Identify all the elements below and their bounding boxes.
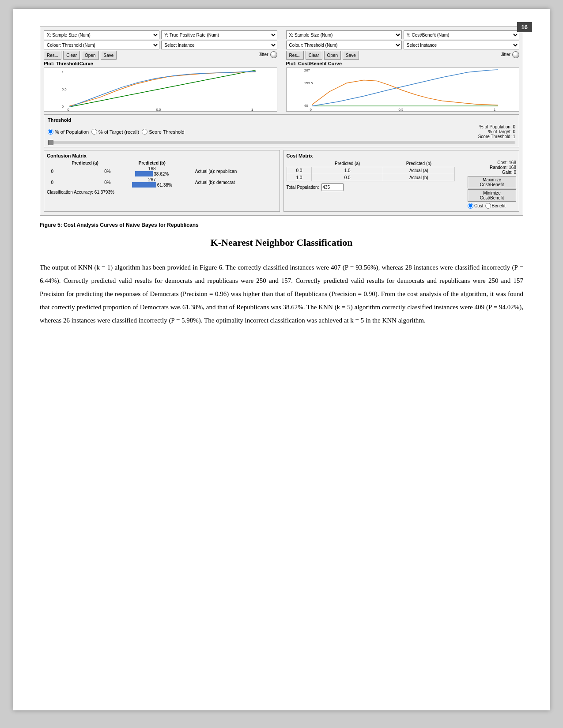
- page-number: 16: [517, 22, 532, 32]
- table-row: 1.0 0.0 Actual (b): [287, 174, 464, 181]
- blue-bar-1: [135, 171, 153, 176]
- confusion-header-pred-b: Predicted (b): [113, 160, 192, 166]
- benefit-radio-label[interactable]: Benefit: [485, 203, 506, 209]
- left-save-button[interactable]: Save: [101, 51, 117, 60]
- right-save-button[interactable]: Save: [343, 51, 359, 60]
- svg-text:0.5: 0.5: [62, 87, 67, 91]
- threshold-title: Threshold: [48, 117, 515, 123]
- cost-bottom: Predicted (a) Predicted (b) 0.0 1.0 Actu…: [287, 160, 517, 209]
- cost-actual-b: Actual (b): [383, 174, 455, 181]
- threshold-slider[interactable]: [48, 141, 515, 144]
- cost-info-gain: Gain: 0: [468, 170, 516, 175]
- left-plot-svg: 1 0.5 0 0 0.5 1: [44, 68, 277, 111]
- left-res-button[interactable]: Res...: [44, 51, 61, 60]
- svg-text:0.5: 0.5: [398, 108, 404, 111]
- table-row: 0 0% 267 61.38%: [47, 177, 277, 188]
- confusion-header-pred-a: Predicted (a): [58, 160, 113, 166]
- row2-b-cell: 267 61.38%: [113, 177, 192, 188]
- right-plot-label: Plot: Cost/Benefit Curve: [286, 61, 520, 66]
- left-clear-button[interactable]: Clear: [63, 51, 80, 60]
- row2-a: 0: [47, 177, 58, 188]
- right-panel: X: Sample Size (Num) Y: Cost/Benefit (Nu…: [286, 30, 520, 112]
- cost-cell-00: 0.0: [287, 167, 312, 174]
- cost-cell-11: 0.0: [312, 174, 383, 181]
- left-open-button[interactable]: Open: [82, 51, 98, 60]
- svg-text:267: 267: [304, 68, 310, 72]
- right-x-axis-select[interactable]: X: Sample Size (Num): [286, 30, 402, 39]
- benefit-radio[interactable]: [485, 203, 491, 209]
- body-text: The output of KNN (k = 1) algorithm has …: [40, 261, 523, 327]
- total-pop-label: Total Population:: [287, 185, 319, 190]
- total-pop-input[interactable]: [321, 183, 344, 191]
- svg-text:0: 0: [310, 108, 312, 111]
- cost-cell-10: 1.0: [287, 174, 312, 181]
- cost-radio-label[interactable]: Cost: [468, 203, 484, 209]
- threshold-info: % of Population: 0 % of Target: 0 Score …: [478, 124, 515, 139]
- cost-info-random: Random: 168: [468, 165, 516, 170]
- page: 16 X: Sample Size (Num) Y: True Positive…: [13, 9, 550, 710]
- maximize-btn[interactable]: Maximize Cost/Benefit: [468, 176, 516, 188]
- left-x-axis-select[interactable]: X: Sample Size (Num): [44, 30, 159, 39]
- left-plot-area: 1 0.5 0 0 0.5 1: [44, 68, 277, 112]
- cost-header-pred-a: Predicted (a): [312, 160, 383, 167]
- threshold-option3-label[interactable]: Score Threshold: [142, 129, 185, 135]
- cost-actual-a: Actual (a): [383, 167, 455, 174]
- table-row: 0.0 1.0 Actual (a): [287, 167, 464, 174]
- svg-text:1: 1: [251, 108, 253, 111]
- threshold-option1-radio[interactable]: [48, 129, 53, 135]
- row1-bar-cell: 0%: [58, 166, 113, 177]
- svg-text:1: 1: [62, 70, 64, 74]
- cost-left-col: Predicted (a) Predicted (b) 0.0 1.0 Actu…: [287, 160, 465, 209]
- svg-text:153.5: 153.5: [304, 81, 313, 85]
- cost-table: Predicted (a) Predicted (b) 0.0 1.0 Actu…: [287, 160, 465, 181]
- svg-text:0: 0: [68, 108, 70, 111]
- left-jitter-label: Jitter: [259, 52, 268, 57]
- threshold-section: Threshold % of Population % of Target (r…: [44, 114, 519, 147]
- weka-widget: X: Sample Size (Num) Y: True Positive Ra…: [40, 26, 523, 216]
- cost-header-pred-b: Predicted (b): [383, 160, 455, 167]
- left-y-axis-select[interactable]: Y: True Positive Rate (Num): [161, 30, 277, 39]
- svg-text:0: 0: [62, 105, 64, 109]
- section-heading: K-Nearest Neighbor Classification: [40, 237, 523, 248]
- right-plot-svg: 267 153.5 40 0 0.5 1: [287, 68, 519, 111]
- right-open-button[interactable]: Open: [324, 51, 341, 60]
- threshold-option3-radio[interactable]: [142, 129, 147, 135]
- row2-bar-cell: 0%: [58, 177, 113, 188]
- table-row: 0 0% 168 38.62%: [47, 166, 277, 177]
- right-jitter-knob[interactable]: [512, 51, 519, 58]
- svg-line-6: [69, 70, 255, 107]
- threshold-option2-radio[interactable]: [91, 129, 97, 135]
- right-instance-select[interactable]: Select Instance: [404, 41, 519, 49]
- threshold-option1-label[interactable]: % of Population: [48, 129, 89, 135]
- cost-right-col: Cost: 168 Random: 168 Gain: 0 Maximize C…: [468, 160, 516, 209]
- left-instance-select[interactable]: Select Instance: [161, 41, 277, 49]
- confusion-table: Predicted (a) Predicted (b) 0 0%: [47, 160, 277, 188]
- cost-radio[interactable]: [468, 203, 473, 209]
- right-jitter-label: Jitter: [501, 52, 510, 57]
- right-plot-area: 267 153.5 40 0 0.5 1: [286, 68, 520, 112]
- cost-matrix-title: Cost Matrix: [287, 153, 517, 158]
- slider-thumb: [48, 140, 53, 145]
- left-jitter-knob[interactable]: [270, 51, 277, 58]
- threshold-option2-label[interactable]: % of Target (recall): [91, 129, 139, 135]
- matrices-row: Confusion Matrix Predicted (a) Predicted…: [44, 150, 519, 212]
- left-plot-label: Plot: ThresholdCurve: [44, 61, 277, 66]
- right-clear-button[interactable]: Clear: [306, 51, 322, 60]
- blue-bar-2: [132, 182, 156, 188]
- confusion-matrix-box: Confusion Matrix Predicted (a) Predicted…: [44, 150, 280, 212]
- svg-text:40: 40: [304, 104, 308, 108]
- cost-matrix-box: Cost Matrix Predicted (a) Predicted (b): [283, 150, 520, 212]
- confusion-matrix-title: Confusion Matrix: [47, 153, 277, 158]
- right-res-button[interactable]: Res...: [286, 51, 304, 60]
- svg-text:0.5: 0.5: [156, 108, 161, 111]
- right-colour-select[interactable]: Colour: Threshold (Num): [286, 41, 402, 49]
- right-y-axis-select[interactable]: Y: Cost/Benefit (Num): [404, 30, 519, 39]
- left-colour-select[interactable]: Colour: Threshold (Num): [44, 41, 159, 49]
- left-panel: X: Sample Size (Num) Y: True Positive Ra…: [44, 30, 277, 112]
- cost-info-cost: Cost: 168: [468, 160, 516, 165]
- row1-b-cell: 168 38.62%: [113, 166, 192, 177]
- figure-caption: Figure 5: Cost Analysis Curves of Naive …: [40, 222, 523, 228]
- row1-a: 0: [47, 166, 58, 177]
- svg-text:1: 1: [494, 108, 495, 111]
- minimize-btn[interactable]: Minimize Cost/Benefit: [468, 189, 516, 202]
